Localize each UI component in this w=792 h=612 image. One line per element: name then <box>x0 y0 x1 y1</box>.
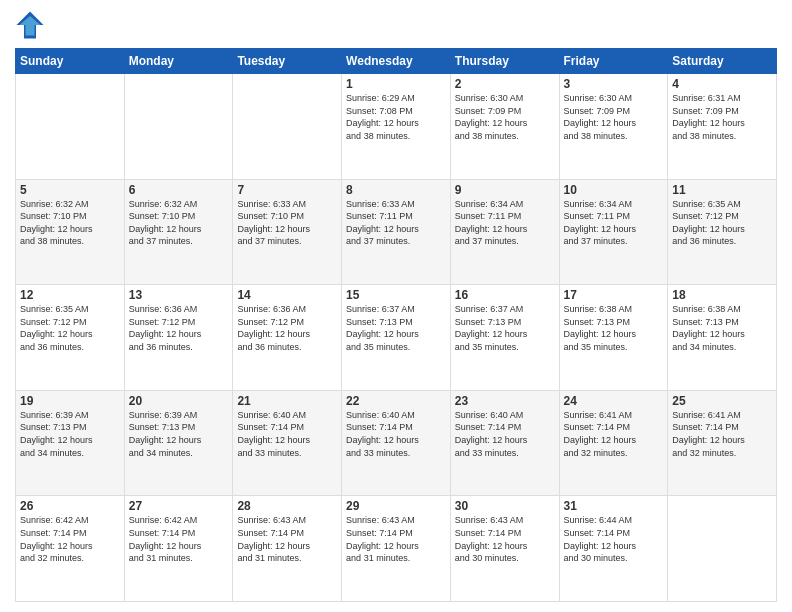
day-info: Sunrise: 6:33 AM Sunset: 7:10 PM Dayligh… <box>237 198 337 248</box>
calendar-cell: 27Sunrise: 6:42 AM Sunset: 7:14 PM Dayli… <box>124 496 233 602</box>
day-info: Sunrise: 6:35 AM Sunset: 7:12 PM Dayligh… <box>20 303 120 353</box>
day-info: Sunrise: 6:30 AM Sunset: 7:09 PM Dayligh… <box>455 92 555 142</box>
calendar-cell: 4Sunrise: 6:31 AM Sunset: 7:09 PM Daylig… <box>668 74 777 180</box>
calendar-header-row: SundayMondayTuesdayWednesdayThursdayFrid… <box>16 49 777 74</box>
day-info: Sunrise: 6:34 AM Sunset: 7:11 PM Dayligh… <box>564 198 664 248</box>
logo <box>15 10 49 40</box>
week-row-0: 1Sunrise: 6:29 AM Sunset: 7:08 PM Daylig… <box>16 74 777 180</box>
day-number: 22 <box>346 394 446 408</box>
calendar-cell: 21Sunrise: 6:40 AM Sunset: 7:14 PM Dayli… <box>233 390 342 496</box>
day-info: Sunrise: 6:41 AM Sunset: 7:14 PM Dayligh… <box>564 409 664 459</box>
day-info: Sunrise: 6:36 AM Sunset: 7:12 PM Dayligh… <box>129 303 229 353</box>
day-info: Sunrise: 6:30 AM Sunset: 7:09 PM Dayligh… <box>564 92 664 142</box>
day-info: Sunrise: 6:37 AM Sunset: 7:13 PM Dayligh… <box>455 303 555 353</box>
calendar-cell: 19Sunrise: 6:39 AM Sunset: 7:13 PM Dayli… <box>16 390 125 496</box>
calendar-cell: 15Sunrise: 6:37 AM Sunset: 7:13 PM Dayli… <box>342 285 451 391</box>
day-number: 3 <box>564 77 664 91</box>
calendar-cell: 11Sunrise: 6:35 AM Sunset: 7:12 PM Dayli… <box>668 179 777 285</box>
day-number: 2 <box>455 77 555 91</box>
calendar-cell: 1Sunrise: 6:29 AM Sunset: 7:08 PM Daylig… <box>342 74 451 180</box>
day-number: 11 <box>672 183 772 197</box>
day-info: Sunrise: 6:38 AM Sunset: 7:13 PM Dayligh… <box>564 303 664 353</box>
logo-icon <box>15 10 45 40</box>
day-header-monday: Monday <box>124 49 233 74</box>
calendar-cell: 12Sunrise: 6:35 AM Sunset: 7:12 PM Dayli… <box>16 285 125 391</box>
day-number: 30 <box>455 499 555 513</box>
calendar-cell: 7Sunrise: 6:33 AM Sunset: 7:10 PM Daylig… <box>233 179 342 285</box>
calendar-cell <box>16 74 125 180</box>
calendar-cell: 25Sunrise: 6:41 AM Sunset: 7:14 PM Dayli… <box>668 390 777 496</box>
calendar-cell <box>668 496 777 602</box>
day-info: Sunrise: 6:37 AM Sunset: 7:13 PM Dayligh… <box>346 303 446 353</box>
week-row-4: 26Sunrise: 6:42 AM Sunset: 7:14 PM Dayli… <box>16 496 777 602</box>
calendar-cell: 9Sunrise: 6:34 AM Sunset: 7:11 PM Daylig… <box>450 179 559 285</box>
header <box>15 10 777 40</box>
day-info: Sunrise: 6:29 AM Sunset: 7:08 PM Dayligh… <box>346 92 446 142</box>
day-info: Sunrise: 6:43 AM Sunset: 7:14 PM Dayligh… <box>455 514 555 564</box>
day-number: 23 <box>455 394 555 408</box>
week-row-1: 5Sunrise: 6:32 AM Sunset: 7:10 PM Daylig… <box>16 179 777 285</box>
day-info: Sunrise: 6:36 AM Sunset: 7:12 PM Dayligh… <box>237 303 337 353</box>
calendar-cell: 10Sunrise: 6:34 AM Sunset: 7:11 PM Dayli… <box>559 179 668 285</box>
day-header-friday: Friday <box>559 49 668 74</box>
day-number: 29 <box>346 499 446 513</box>
day-number: 12 <box>20 288 120 302</box>
day-number: 18 <box>672 288 772 302</box>
day-number: 26 <box>20 499 120 513</box>
day-info: Sunrise: 6:39 AM Sunset: 7:13 PM Dayligh… <box>20 409 120 459</box>
day-number: 7 <box>237 183 337 197</box>
day-number: 20 <box>129 394 229 408</box>
calendar-cell: 13Sunrise: 6:36 AM Sunset: 7:12 PM Dayli… <box>124 285 233 391</box>
calendar-cell: 20Sunrise: 6:39 AM Sunset: 7:13 PM Dayli… <box>124 390 233 496</box>
day-number: 28 <box>237 499 337 513</box>
calendar-cell: 24Sunrise: 6:41 AM Sunset: 7:14 PM Dayli… <box>559 390 668 496</box>
calendar-cell: 16Sunrise: 6:37 AM Sunset: 7:13 PM Dayli… <box>450 285 559 391</box>
day-number: 5 <box>20 183 120 197</box>
day-number: 10 <box>564 183 664 197</box>
day-info: Sunrise: 6:31 AM Sunset: 7:09 PM Dayligh… <box>672 92 772 142</box>
day-number: 25 <box>672 394 772 408</box>
calendar-cell: 5Sunrise: 6:32 AM Sunset: 7:10 PM Daylig… <box>16 179 125 285</box>
day-info: Sunrise: 6:39 AM Sunset: 7:13 PM Dayligh… <box>129 409 229 459</box>
day-number: 1 <box>346 77 446 91</box>
day-number: 24 <box>564 394 664 408</box>
calendar-cell: 22Sunrise: 6:40 AM Sunset: 7:14 PM Dayli… <box>342 390 451 496</box>
day-info: Sunrise: 6:40 AM Sunset: 7:14 PM Dayligh… <box>237 409 337 459</box>
day-number: 31 <box>564 499 664 513</box>
day-number: 6 <box>129 183 229 197</box>
day-info: Sunrise: 6:32 AM Sunset: 7:10 PM Dayligh… <box>20 198 120 248</box>
day-number: 21 <box>237 394 337 408</box>
day-number: 9 <box>455 183 555 197</box>
day-info: Sunrise: 6:35 AM Sunset: 7:12 PM Dayligh… <box>672 198 772 248</box>
day-header-thursday: Thursday <box>450 49 559 74</box>
day-number: 17 <box>564 288 664 302</box>
day-info: Sunrise: 6:34 AM Sunset: 7:11 PM Dayligh… <box>455 198 555 248</box>
page: SundayMondayTuesdayWednesdayThursdayFrid… <box>0 0 792 612</box>
day-number: 8 <box>346 183 446 197</box>
calendar-cell: 29Sunrise: 6:43 AM Sunset: 7:14 PM Dayli… <box>342 496 451 602</box>
calendar-cell: 18Sunrise: 6:38 AM Sunset: 7:13 PM Dayli… <box>668 285 777 391</box>
day-header-wednesday: Wednesday <box>342 49 451 74</box>
calendar-cell: 17Sunrise: 6:38 AM Sunset: 7:13 PM Dayli… <box>559 285 668 391</box>
day-header-tuesday: Tuesday <box>233 49 342 74</box>
day-number: 13 <box>129 288 229 302</box>
day-number: 27 <box>129 499 229 513</box>
day-info: Sunrise: 6:40 AM Sunset: 7:14 PM Dayligh… <box>455 409 555 459</box>
calendar-cell: 6Sunrise: 6:32 AM Sunset: 7:10 PM Daylig… <box>124 179 233 285</box>
calendar-table: SundayMondayTuesdayWednesdayThursdayFrid… <box>15 48 777 602</box>
calendar-cell: 30Sunrise: 6:43 AM Sunset: 7:14 PM Dayli… <box>450 496 559 602</box>
calendar-cell: 14Sunrise: 6:36 AM Sunset: 7:12 PM Dayli… <box>233 285 342 391</box>
day-number: 16 <box>455 288 555 302</box>
calendar-cell: 28Sunrise: 6:43 AM Sunset: 7:14 PM Dayli… <box>233 496 342 602</box>
day-info: Sunrise: 6:43 AM Sunset: 7:14 PM Dayligh… <box>346 514 446 564</box>
day-info: Sunrise: 6:32 AM Sunset: 7:10 PM Dayligh… <box>129 198 229 248</box>
day-number: 4 <box>672 77 772 91</box>
week-row-2: 12Sunrise: 6:35 AM Sunset: 7:12 PM Dayli… <box>16 285 777 391</box>
calendar-cell: 2Sunrise: 6:30 AM Sunset: 7:09 PM Daylig… <box>450 74 559 180</box>
day-info: Sunrise: 6:38 AM Sunset: 7:13 PM Dayligh… <box>672 303 772 353</box>
day-number: 14 <box>237 288 337 302</box>
day-header-saturday: Saturday <box>668 49 777 74</box>
day-info: Sunrise: 6:43 AM Sunset: 7:14 PM Dayligh… <box>237 514 337 564</box>
calendar-cell <box>124 74 233 180</box>
calendar-cell: 23Sunrise: 6:40 AM Sunset: 7:14 PM Dayli… <box>450 390 559 496</box>
